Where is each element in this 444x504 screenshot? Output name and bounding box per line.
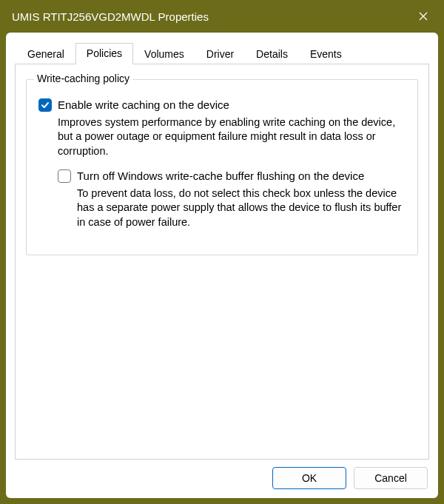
- option-turn-off-buffer-flushing: Turn off Windows write-cache buffer flus…: [58, 169, 406, 229]
- check-icon: [41, 101, 50, 110]
- tab-events[interactable]: Events: [299, 44, 353, 64]
- option-enable-write-caching: Enable write caching on the device Impro…: [38, 98, 406, 229]
- checkbox-enable-write-caching[interactable]: [38, 98, 52, 112]
- label-enable-write-caching[interactable]: Enable write caching on the device: [58, 98, 229, 112]
- checkbox-turn-off-buffer-flushing[interactable]: [58, 169, 71, 183]
- dialog-button-row: OK Cancel: [15, 467, 429, 489]
- label-turn-off-buffer-flushing[interactable]: Turn off Windows write-cache buffer flus…: [77, 169, 364, 184]
- tab-general[interactable]: General: [16, 44, 75, 64]
- client-area: General Policies Volumes Driver Details …: [6, 33, 438, 498]
- tab-volumes[interactable]: Volumes: [133, 44, 195, 64]
- tab-details[interactable]: Details: [245, 44, 299, 64]
- group-title: Write-caching policy: [34, 73, 132, 84]
- close-icon: [419, 12, 428, 21]
- cancel-button[interactable]: Cancel: [354, 467, 428, 489]
- tab-driver[interactable]: Driver: [195, 44, 245, 64]
- spacer: [26, 255, 418, 448]
- desc-turn-off-buffer-flushing: To prevent data loss, do not select this…: [77, 187, 406, 230]
- close-button[interactable]: [407, 4, 440, 28]
- desc-enable-write-caching: Improves system performance by enabling …: [58, 115, 406, 159]
- properties-dialog: UMIS RTITJ256VGD2MWDL Properties General…: [0, 0, 444, 504]
- ok-button[interactable]: OK: [272, 467, 346, 489]
- tab-bar: General Policies Volumes Driver Details …: [15, 41, 429, 64]
- tab-policies[interactable]: Policies: [75, 43, 133, 64]
- group-write-caching: Write-caching policy Enable write cachin…: [26, 79, 418, 255]
- tab-body-policies: Write-caching policy Enable write cachin…: [15, 64, 429, 460]
- titlebar[interactable]: UMIS RTITJ256VGD2MWDL Properties: [0, 0, 444, 33]
- window-title: UMIS RTITJ256VGD2MWDL Properties: [12, 10, 407, 23]
